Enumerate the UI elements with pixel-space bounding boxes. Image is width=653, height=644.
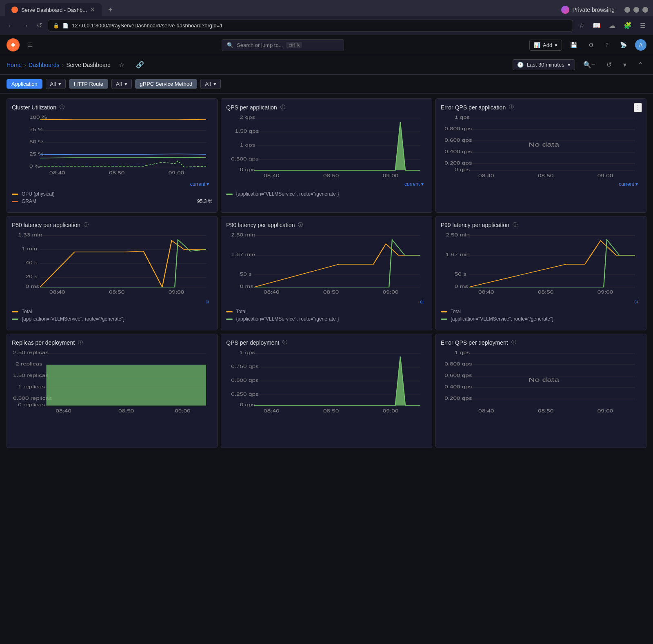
panel-menu-button[interactable]: ⋮: [634, 103, 642, 112]
user-avatar[interactable]: A: [635, 39, 646, 51]
svg-marker-28: [254, 122, 420, 170]
maximize-button[interactable]: [633, 7, 639, 13]
svg-text:09:00: 09:00: [175, 409, 190, 414]
error-qps-app-label: Error QPS per application: [441, 104, 506, 111]
p90-title: P90 latency per application ⓘ: [226, 221, 426, 228]
svg-text:2.50 min: 2.50 min: [231, 233, 255, 238]
p90-service-color: [226, 319, 233, 320]
home-link[interactable]: Home: [7, 62, 22, 68]
grpc-chevron: ▾: [213, 81, 216, 87]
grpc-filter-dropdown[interactable]: All ▾: [200, 79, 220, 89]
address-bar[interactable]: 🔒 📄 127.0.0.1:3000/d/rayServeDashboard/s…: [48, 20, 573, 31]
new-tab-button[interactable]: +: [105, 4, 116, 16]
p90-current-badge[interactable]: ci: [420, 299, 424, 305]
application-filter-dropdown[interactable]: All ▾: [46, 79, 66, 89]
p90-label: P90 latency per application: [226, 222, 295, 228]
close-window-button[interactable]: [642, 7, 648, 13]
browser-tab[interactable]: Serve Dashboard - Dashb... ✕: [5, 3, 102, 16]
collapse-button[interactable]: ⌃: [635, 59, 646, 70]
svg-text:50 %: 50 %: [29, 140, 44, 145]
reader-button[interactable]: 📖: [590, 20, 603, 31]
error-qps-app-info[interactable]: ⓘ: [509, 104, 514, 111]
p99-total-color: [441, 311, 447, 312]
error-qps-app-badge[interactable]: current ▾: [619, 181, 638, 187]
qps-app-current-badge[interactable]: current ▾: [404, 181, 424, 187]
replicas-info[interactable]: ⓘ: [78, 339, 83, 346]
cluster-utilization-info[interactable]: ⓘ: [60, 104, 64, 111]
p90-info[interactable]: ⓘ: [298, 221, 303, 228]
window-controls: [624, 7, 648, 13]
sync-button[interactable]: ☁: [606, 20, 618, 31]
news-button[interactable]: 📡: [617, 40, 630, 50]
grafana-logo[interactable]: [7, 38, 20, 51]
reload-button[interactable]: ↺: [34, 20, 44, 31]
svg-text:08:40: 08:40: [49, 290, 65, 295]
menu-button[interactable]: ☰: [637, 20, 648, 31]
keyboard-shortcut: ctrl+k: [286, 42, 302, 48]
bookmark-button[interactable]: ☆: [576, 20, 587, 31]
application-filter-label[interactable]: Application: [7, 79, 42, 89]
http-route-filter-label[interactable]: HTTP Route: [69, 79, 108, 89]
cluster-utilization-label: Cluster Utilization: [12, 104, 56, 111]
qps-deploy-body: 1 qps 0.750 qps 0.500 qps 0.250 qps 0 qp…: [226, 349, 426, 416]
svg-text:08:50: 08:50: [538, 409, 553, 414]
tab-title: Serve Dashboard - Dashb...: [21, 7, 87, 13]
time-range-picker[interactable]: 🕐 Last 30 minutes ▾: [513, 59, 575, 70]
svg-text:1.50 qps: 1.50 qps: [235, 129, 259, 134]
http-route-filter-dropdown[interactable]: All ▾: [111, 79, 131, 89]
grpc-value: All: [205, 81, 211, 87]
refresh-dropdown-button[interactable]: ▾: [620, 59, 630, 70]
svg-text:1.67 min: 1.67 min: [231, 252, 255, 257]
qps-app-body: 2 qps 1.50 qps 1 qps 0.500 qps 0 qps 08:…: [226, 114, 426, 188]
search-placeholder: Search or jump to...: [237, 42, 283, 48]
svg-text:08:40: 08:40: [478, 174, 494, 178]
back-button[interactable]: ←: [5, 20, 16, 31]
private-browsing-label: Private browsing: [573, 7, 615, 13]
svg-text:2 replicas: 2 replicas: [16, 362, 42, 367]
cluster-utilization-body: 100 % 75 % 50 % 25 % 0 % 08:40 08:50: [12, 114, 212, 188]
p90-service-label: {application="VLLMService", route="/gene…: [236, 316, 339, 322]
forward-button[interactable]: →: [20, 20, 31, 31]
p99-current-badge[interactable]: ci: [634, 299, 638, 305]
svg-text:0.600 qps: 0.600 qps: [444, 138, 472, 143]
help-button[interactable]: ?: [602, 40, 612, 50]
p50-total-label: Total: [22, 309, 32, 314]
p90-legend-service: {application="VLLMService", route="/gene…: [226, 316, 426, 322]
zoom-out-button[interactable]: 🔍−: [580, 59, 598, 70]
svg-text:08:40: 08:40: [478, 409, 494, 414]
sidebar-toggle[interactable]: ☰: [24, 40, 36, 50]
time-range-chevron: ▾: [568, 62, 571, 68]
qps-app-info[interactable]: ⓘ: [280, 104, 285, 111]
p50-current-badge[interactable]: ci: [206, 299, 209, 305]
p90-latency-panel: P90 latency per application ⓘ 2.50 min 1…: [221, 216, 432, 330]
error-qps-deploy-info[interactable]: ⓘ: [511, 339, 516, 346]
svg-text:1 qps: 1 qps: [240, 350, 255, 355]
p50-latency-panel: P50 latency per application ⓘ 1.33 min 1…: [7, 216, 218, 330]
svg-text:0 qps: 0 qps: [240, 403, 255, 408]
svg-text:08:50: 08:50: [538, 290, 553, 295]
error-qps-deploy-chart: 1 qps 0.800 qps 0.600 qps 0.400 qps 0.20…: [441, 349, 641, 414]
p50-info[interactable]: ⓘ: [84, 221, 89, 228]
minimize-button[interactable]: [624, 7, 630, 13]
svg-text:0.500 replicas: 0.500 replicas: [13, 396, 52, 401]
p99-info[interactable]: ⓘ: [513, 221, 518, 228]
legend-gpu: GPU (physical): [12, 191, 212, 197]
save-button[interactable]: 💾: [567, 40, 580, 50]
grpc-filter-label[interactable]: gRPC Service Method: [135, 79, 198, 89]
extensions-button[interactable]: 🧩: [621, 20, 634, 31]
no-data-deploy-text: No data: [529, 377, 560, 383]
qps-deploy-info[interactable]: ⓘ: [282, 339, 287, 346]
error-qps-deploy-label: Error QPS per deployment: [441, 339, 508, 346]
tab-close-button[interactable]: ✕: [90, 7, 95, 13]
share-button[interactable]: 🔗: [133, 59, 147, 70]
search-bar[interactable]: 🔍 Search or jump to... ctrl+k: [222, 39, 344, 51]
svg-text:08:40: 08:40: [49, 171, 65, 176]
add-button[interactable]: 📊 Add ▾: [529, 40, 562, 51]
refresh-button[interactable]: ↺: [603, 59, 615, 70]
svg-text:0 qps: 0 qps: [240, 167, 255, 172]
svg-text:0 ms: 0 ms: [240, 284, 253, 289]
star-dashboard-button[interactable]: ☆: [115, 59, 128, 70]
cluster-current-badge[interactable]: current ▾: [190, 181, 209, 187]
settings-button[interactable]: ⚙: [585, 40, 597, 50]
dashboards-link[interactable]: Dashboards: [29, 62, 60, 68]
